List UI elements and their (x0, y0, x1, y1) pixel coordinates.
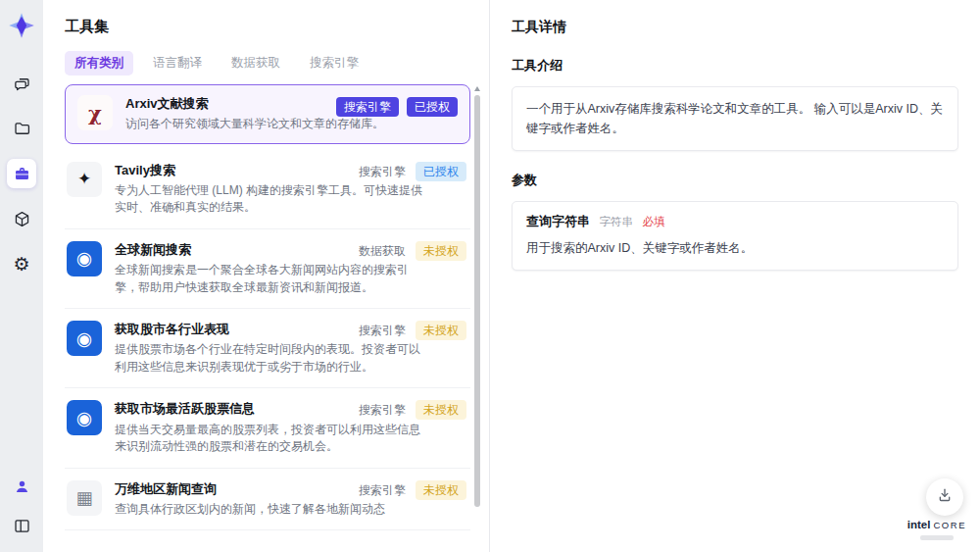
tool-card[interactable]: ▦ 万维地区新闻查询 查询具体行政区划内的新闻，快速了解各地新闻动态 搜索引擎 … (65, 469, 470, 531)
regional-news-logo-icon: ▦ (67, 480, 102, 516)
active-stocks-logo-icon: ◉ (67, 400, 102, 435)
intro-text: 一个用于从Arxiv存储库搜索科学论文和文章的工具。 输入可以是Arxiv ID… (526, 102, 943, 135)
cube-icon (13, 210, 31, 228)
sidebar-nav: ⚙ (7, 69, 36, 278)
params-heading: 参数 (512, 172, 958, 189)
detail-title: 工具详情 (512, 19, 958, 36)
tool-card[interactable]: ✦ Tavily搜索 专为人工智能代理 (LLM) 构建的搜索引擎工具。可快速提… (65, 150, 470, 229)
auth-status-badge: 未授权 (416, 480, 466, 500)
auth-status-badge: 已授权 (416, 162, 466, 181)
category-tab[interactable]: 数据获取 (221, 51, 290, 75)
global-news-logo-icon: ◉ (67, 241, 102, 276)
auth-status-badge: 已授权 (407, 97, 458, 117)
tool-description: 访问各个研究领域大量科学论文和文章的存储库。 (125, 116, 433, 133)
tool-icon-glyph: ◉ (76, 329, 93, 348)
param-header-line: 查询字符串 字符串 必填 (526, 214, 944, 230)
tool-detail-panel: 工具详情 工具介绍 一个用于从Arxiv存储库搜索科学论文和文章的工具。 输入可… (490, 0, 980, 552)
category-badge: 搜索引擎 (359, 480, 406, 500)
tool-icon-glyph: χ (88, 103, 102, 124)
arxiv-logo-icon: χ (77, 95, 113, 130)
tool-description: 查询具体行政区划内的新闻，快速了解各地新闻动态 (115, 501, 422, 519)
intel-core-wordmark: intelCORE (906, 515, 968, 532)
intro-box: 一个用于从Arxiv存储库搜索科学论文和文章的工具。 输入可以是Arxiv ID… (512, 86, 958, 151)
auth-status-badge: 未授权 (416, 321, 466, 340)
auth-status-badge: 未授权 (416, 241, 466, 261)
tool-badges: 搜索引擎 未授权 (359, 321, 466, 340)
tool-icon-glyph: ◉ (76, 249, 93, 268)
param-box: 查询字符串 字符串 必填 用于搜索的Arxiv ID、关键字或作者姓名。 (512, 201, 958, 271)
download-icon (936, 486, 954, 508)
param-type: 字符串 (599, 216, 633, 227)
tool-description: 提供股票市场各个行业在特定时间段内的表现。投资者可以利用这些信息来识别表现优于或… (115, 341, 422, 376)
sidebar: ⚙ (0, 0, 43, 552)
scrollbar-up-arrow-icon[interactable] (474, 86, 480, 91)
intel-wordmark: intel (907, 519, 931, 530)
tool-card[interactable]: ◉ 获取市场最活跃股票信息 提供当天交易量最高的股票列表，投资者可以利用这些信息… (65, 388, 470, 468)
category-badge: 搜索引擎 (359, 162, 406, 181)
tavily-logo-icon: ✦ (67, 162, 102, 197)
sidebar-item-chat[interactable] (7, 69, 36, 98)
sidebar-item-tools[interactable] (7, 159, 36, 188)
category-badge: 搜索引擎 (336, 97, 399, 117)
tool-icon-glyph: ◉ (76, 409, 93, 427)
app-window: ⚙ (0, 0, 980, 552)
category-tab[interactable]: 语言翻译 (143, 51, 212, 75)
intel-sub-brand (920, 535, 954, 540)
core-wordmark: CORE (933, 520, 966, 530)
tools-panel: 工具集 所有类别 语言翻译 数据获取 搜索引擎 χ Arxiv文献搜索 (43, 0, 490, 552)
sidebar-item-packages[interactable] (7, 204, 36, 233)
sidebar-bottom-nav (7, 472, 36, 540)
scrollbar-thumb[interactable] (474, 95, 480, 507)
sidebar-item-collapse-panel[interactable] (7, 511, 36, 540)
sidebar-item-settings[interactable]: ⚙ (7, 249, 36, 278)
page-title: 工具集 (65, 18, 489, 36)
auth-status-badge: 未授权 (416, 400, 466, 420)
download-button[interactable] (926, 478, 963, 516)
user-icon (13, 477, 31, 496)
tool-badges: 数据获取 未授权 (359, 241, 466, 261)
category-badge: 搜索引擎 (359, 400, 406, 420)
folder-icon (13, 120, 31, 138)
tool-badges: 搜索引擎 未授权 (359, 400, 466, 420)
sidebar-item-account[interactable] (7, 472, 36, 501)
category-tab[interactable]: 搜索引擎 (300, 51, 368, 75)
sidebar-item-files[interactable] (7, 114, 36, 143)
tool-card[interactable]: χ Arxiv文献搜索 访问各个研究领域大量科学论文和文章的存储库。 搜索引擎 … (65, 84, 470, 144)
param-required-badge: 必填 (642, 216, 664, 227)
tool-icon-glyph: ✦ (77, 171, 91, 187)
intel-core-logo: intelCORE (906, 515, 968, 540)
chat-icon (13, 75, 31, 93)
tool-description: 提供当天交易量最高的股票列表，投资者可以利用这些信息来识别流动性强的股票和潜在的… (115, 422, 422, 456)
panel-layout-icon (13, 517, 31, 535)
intro-heading: 工具介绍 (512, 57, 958, 75)
tools-list: χ Arxiv文献搜索 访问各个研究领域大量科学论文和文章的存储库。 搜索引擎 … (65, 84, 470, 545)
category-tabs: 所有类别 语言翻译 数据获取 搜索引擎 (65, 51, 489, 75)
gear-icon: ⚙ (13, 255, 29, 274)
app-logo-icon (8, 12, 35, 39)
tool-description: 专为人工智能代理 (LLM) 构建的搜索引擎工具。可快速提供实时、准确和真实的结… (115, 182, 422, 217)
stock-sector-logo-icon: ◉ (67, 321, 102, 356)
toolbox-icon (13, 165, 31, 183)
tool-card[interactable]: ◉ 全球新闻搜索 全球新闻搜索是一个聚合全球各大新闻网站内容的搜索引擎，帮助用户… (65, 229, 470, 309)
tool-card[interactable]: ◉ 获取股市各行业表现 提供股票市场各个行业在特定时间段内的表现。投资者可以利用… (65, 309, 470, 388)
tool-badges: 搜索引擎 已授权 (359, 162, 466, 181)
param-description: 用于搜索的Arxiv ID、关键字或作者姓名。 (526, 238, 944, 258)
tool-icon-glyph: ▦ (75, 489, 92, 507)
tool-badges: 搜索引擎 未授权 (359, 480, 466, 500)
tool-badges: 搜索引擎 已授权 (336, 97, 458, 117)
category-tab[interactable]: 所有类别 (65, 51, 133, 75)
category-badge: 数据获取 (359, 241, 406, 261)
list-scrollbar[interactable] (473, 86, 481, 552)
category-badge: 搜索引擎 (359, 321, 406, 340)
param-name: 查询字符串 (526, 214, 590, 228)
tool-description: 全球新闻搜索是一个聚合全球各大新闻网站内容的搜索引擎，帮助用户快速获取全球最新资… (115, 262, 422, 296)
